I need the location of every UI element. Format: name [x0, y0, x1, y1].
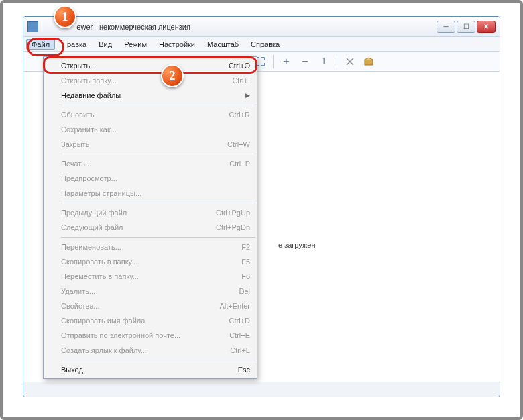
actual-size-icon[interactable]: 1	[316, 54, 331, 69]
menu-item-label: Удалить...	[61, 287, 95, 295]
menu-item-открыть[interactable]: Открыть...Ctrl+O	[44, 58, 257, 73]
toolbar-separator	[337, 55, 337, 68]
menu-item-label: Открыть папку...	[61, 76, 117, 85]
window-title: XXXXXXXewer - некоммерческая лицензия	[42, 22, 437, 32]
minimize-button[interactable]: ─	[437, 21, 455, 33]
submenu-arrow-icon: ▶	[245, 92, 250, 99]
menu-item-переместить-в-папку: Переместить в папку...F6	[44, 269, 257, 284]
menu-shortcut: Ctrl+O	[229, 62, 250, 70]
menu-item-удалить: Удалить...Del	[44, 284, 257, 299]
outer-frame: XXXXXXXewer - некоммерческая лицензия ─ …	[0, 0, 523, 420]
menu-item-скопировать-в-папку: Скопировать в папку...F5	[44, 254, 257, 269]
menu-mode[interactable]: Режим	[119, 39, 152, 50]
menu-separator	[61, 105, 255, 105]
menubar: Файл Правка Вид Режим Настройки Масштаб …	[23, 37, 500, 52]
annotation-badge-2: 2	[161, 64, 184, 87]
toolbar-separator	[273, 55, 274, 68]
maximize-button[interactable]: ☐	[457, 21, 475, 33]
menu-item-label: Недавние файлы	[61, 91, 121, 99]
app-icon	[27, 21, 38, 32]
menu-help[interactable]: Справка	[245, 39, 285, 50]
menu-item-печать: Печать...Ctrl+P	[44, 156, 257, 171]
menu-item-label: Предыдущий файл	[61, 209, 127, 217]
menu-item-label: Скопировать в папку...	[61, 258, 137, 266]
menu-item-отправить-по-электронной-почте: Отправить по электронной почте...Ctrl+E	[44, 328, 257, 343]
svg-rect-0	[365, 60, 373, 65]
menu-item-label: Открыть...	[61, 62, 96, 70]
menu-item-label: Переименовать...	[61, 243, 121, 251]
menu-shortcut: Ctrl+PgDn	[216, 223, 250, 231]
menu-view[interactable]: Вид	[93, 39, 117, 50]
menu-separator	[61, 360, 255, 360]
menu-item-закрыть: ЗакрытьCtrl+W	[44, 137, 257, 152]
menu-shortcut: F6	[241, 272, 250, 280]
no-file-message: е загружен	[278, 241, 316, 249]
titlebar: XXXXXXXewer - некоммерческая лицензия ─ …	[23, 17, 500, 37]
menu-item-предпросмотр: Предпросмотр...	[44, 171, 257, 186]
close-button[interactable]: ✕	[477, 21, 496, 33]
menu-item-недавние-файлы[interactable]: Недавние файлы▶	[44, 88, 257, 103]
statusbar	[23, 382, 500, 397]
menu-item-создать-ярлык-к-файлу: Создать ярлык к файлу...Ctrl+L	[44, 343, 257, 358]
menu-item-скопировать-имя-файла: Скопировать имя файлаCtrl+D	[44, 313, 257, 328]
zoom-out-icon[interactable]: −	[298, 54, 312, 69]
menu-shortcut: Alt+Enter	[219, 302, 250, 310]
menu-item-label: Выход	[61, 366, 83, 374]
menu-item-свойства: Свойства...Alt+Enter	[44, 299, 257, 313]
menu-separator	[61, 203, 255, 203]
menu-edit[interactable]: Правка	[56, 39, 92, 50]
menu-item-выход[interactable]: ВыходEsc	[44, 362, 257, 377]
menu-item-label: Следующий файл	[61, 223, 123, 231]
menu-item-label: Скопировать имя файла	[61, 317, 145, 325]
window-controls: ─ ☐ ✕	[437, 21, 496, 33]
file-menu-dropdown: Открыть...Ctrl+OОткрыть папку...Ctrl+IНе…	[43, 56, 257, 379]
package-icon[interactable]	[361, 54, 376, 69]
menu-item-label: Свойства...	[61, 302, 99, 310]
menu-item-label: Печать...	[61, 160, 91, 168]
menu-item-label: Переместить в папку...	[61, 272, 139, 280]
menu-item-переименовать: Переименовать...F2	[44, 240, 257, 254]
menu-shortcut: Del	[239, 287, 250, 295]
menu-separator	[61, 154, 255, 154]
menu-item-label: Параметры страницы...	[61, 189, 141, 197]
menu-separator	[61, 237, 255, 238]
menu-shortcut: Ctrl+D	[229, 317, 250, 325]
menu-shortcut: F2	[241, 243, 250, 251]
menu-shortcut: Ctrl+W	[227, 140, 250, 148]
menu-item-label: Сохранить как...	[61, 125, 117, 134]
menu-zoom[interactable]: Масштаб	[202, 39, 244, 50]
menu-shortcut: Ctrl+R	[229, 111, 250, 119]
menu-shortcut: Esc	[238, 366, 250, 374]
menu-shortcut: Ctrl+L	[230, 346, 250, 354]
zoom-in-icon[interactable]: +	[279, 54, 294, 69]
menu-item-label: Обновить	[61, 111, 95, 119]
annotation-badge-1: 1	[54, 5, 76, 28]
menu-item-следующий-файл: Следующий файлCtrl+PgDn	[44, 220, 257, 235]
menu-item-параметры-страницы: Параметры страницы...	[44, 186, 257, 201]
menu-settings[interactable]: Настройки	[154, 39, 200, 50]
menu-shortcut: F5	[241, 258, 250, 266]
menu-item-сохранить-как: Сохранить как...	[44, 122, 257, 137]
menu-item-открыть-папку: Открыть папку...Ctrl+I	[44, 73, 257, 88]
tools-icon[interactable]	[343, 54, 357, 69]
menu-item-label: Отправить по электронной почте...	[61, 331, 180, 339]
menu-file[interactable]: Файл	[26, 39, 55, 50]
menu-item-предыдущий-файл: Предыдущий файлCtrl+PgUp	[44, 205, 257, 220]
menu-item-label: Закрыть	[61, 140, 89, 148]
menu-shortcut: Ctrl+E	[229, 331, 250, 339]
menu-item-label: Предпросмотр...	[61, 174, 117, 182]
menu-shortcut: Ctrl+P	[229, 160, 250, 168]
menu-item-обновить: ОбновитьCtrl+R	[44, 107, 257, 122]
menu-item-label: Создать ярлык к файлу...	[61, 346, 147, 354]
menu-shortcut: Ctrl+PgUp	[216, 209, 250, 217]
menu-shortcut: Ctrl+I	[232, 76, 250, 85]
